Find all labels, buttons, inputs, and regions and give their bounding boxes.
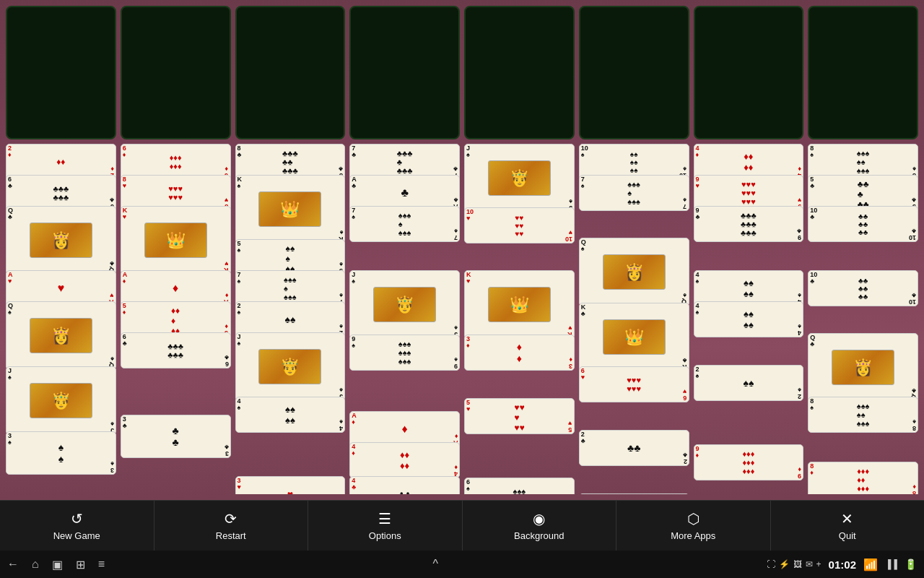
card-column-1[interactable]: 6♦ 6♦ ♦♦♦♦♦♦ 8♥ 8♥ ♥♥♥♥♥♥ K♥ K♥ 👑 A♦ A♦ … [121,144,231,494]
fullscreen-icon[interactable]: ⛶ [767,559,775,569]
empty-slot-6 [694,6,804,139]
card[interactable]: 6♥ 6♥ ♥♥♥♥♥♥ [579,366,689,402]
card-face[interactable]: K♥ K♥ 👑 [464,270,575,339]
card[interactable]: 4♠ 4♠ ♠♠♠♠ [694,301,804,337]
card-face[interactable]: J♠ J♠ 🤴 [464,144,575,212]
top-card-slots [6,6,918,139]
card[interactable]: 8♠ 8♠ ♠♠♠♠♠♠♠♠ [808,397,918,433]
empty-slot-4 [464,6,575,139]
quit-button[interactable]: ✕ Quit [771,501,925,551]
restart-label: Restart [216,530,246,541]
card-column-4[interactable]: J♠ J♠ 🤴 10♥ 10♥ ♥♥♥♥♥♥ K♥ K♥ 👑 3♦ 3♦ ♦♦ … [464,144,575,494]
card-face[interactable]: K♥ K♥ 👑 [121,206,231,275]
card-face[interactable]: K♠ K♠ 👑 [235,175,346,243]
quit-label: Quit [839,530,856,541]
card-face[interactable]: J♠ J♠ 🤴 [6,366,116,435]
card-column-2[interactable]: 8♣ 8♣ ♣♣♣♣♣♣♣♣ K♠ K♠ 👑 5♠ 5♠ ♠♠♠♠♠ 7♠ 7♠… [235,144,346,494]
empty-slot-2 [235,6,346,139]
chevron-up-icon[interactable]: ^ [433,558,439,571]
card-column-3[interactable]: 7♣ 7♣ ♣♣♣♣♣♣♣ A♣ A♣ ♣ 7♠ 7♠ ♠♠♠♠♠♠♠ J♠ J… [349,144,460,494]
empty-slot-7 [808,6,918,139]
wifi-icon: 📶 [863,558,878,571]
recents-icon[interactable]: ▣ [52,558,63,571]
time: 01:02 [829,558,856,571]
nav-right: ⛶ ⚡ 🖼 ✉ + 01:02 📶 ▐▐ 🔋 [767,558,917,571]
more-apps-icon: ⬡ [687,510,699,527]
card-column-7[interactable]: 8♠ 8♠ ♠♠♠♠♠♠♠♠ 5♣ 5♣ ♣♣♣♣♣ 10♣ 10♣ ♣♣♣♣♣… [808,144,918,494]
card[interactable]: 9♦ 9♦ ♦♦♦♦♦♦♦♦♦ [579,493,689,494]
card[interactable]: 9♦ 9♦ ♦♦♦♦♦♦♦♦♦ [694,444,804,480]
mail-icon: ✉ [806,559,813,569]
card-face[interactable]: Q♠ Q♠ 👸 [6,301,116,370]
photo-icon: 🖼 [793,559,802,569]
toolbar: ↺ New Game ⟳ Restart ☰ Options ◉ Backgro… [0,500,924,551]
card-column-5[interactable]: 10♠ 10♠ ♠♠♠♠♠♠ 7♠ 7♠ ♠♠♠♠♠♠♠ Q♠ Q♠ 👸 K♣ … [579,144,689,494]
background-button[interactable]: ◉ Background [463,501,617,551]
card[interactable]: 4♠ 4♠ ♠♠♠♠ [235,397,346,433]
new-game-button[interactable]: ↺ New Game [0,501,154,551]
nav-bar: ← ⌂ ▣ ⊞ ≡ ^ ⛶ ⚡ 🖼 ✉ + 01:02 📶 ▐▐ 🔋 [0,551,924,578]
card-face[interactable]: Q♠ Q♠ 👸 [579,238,689,306]
grid-icon[interactable]: ⊞ [76,558,85,571]
plus-icon: + [816,559,821,569]
nav-left: ← ⌂ ▣ ⊞ ≡ [7,558,105,571]
card[interactable]: 10♥ 10♥ ♥♥♥♥♥♥ [464,207,575,243]
card[interactable]: 4♣ 4♣ ♣♣♣♣ [349,476,460,494]
battery-icon: 🔋 [905,558,917,570]
empty-slot-3 [349,6,460,139]
card[interactable]: 5♥ 5♥ ♥♥♥♥♥ [464,398,575,434]
restart-icon: ⟳ [225,510,237,527]
card-column-0[interactable]: 2♦ 2♦ ♦♦ 6♣ 6♣ ♣♣♣♣♣♣ Q♣ Q♣ 👸 A♥ A♥ ♥ Q♠ [6,144,116,494]
nav-center: ^ [433,558,439,571]
card-face[interactable]: Q♣ Q♣ 👸 [6,206,116,275]
card[interactable]: 3♣ 3♣ ♣♣ [121,415,231,458]
card[interactable]: 3♠ 3♠ ♠♠ [6,431,116,475]
card-face[interactable]: J♠ J♠ 🤴 [349,270,460,339]
card[interactable]: 2♠ 2♠ ♠♠ [694,365,804,401]
card[interactable]: 2♣ 2♣ ♣♣ [579,430,689,466]
card-face[interactable]: Q♣ Q♣ 👸 [808,333,918,402]
card[interactable]: 10♣ 10♣ ♣♣♣♣♣♣ [808,206,918,242]
game-area: 2♦ 2♦ ♦♦ 6♣ 6♣ ♣♣♣♣♣♣ Q♣ Q♣ 👸 A♥ A♥ ♥ Q♠ [0,0,924,500]
quit-icon: ✕ [841,510,853,527]
usb-icon: ⚡ [779,559,790,569]
card[interactable]: 6♠ 6♠ ♠♠♠♠♠♠ [464,478,575,494]
card-column-6[interactable]: 4♦ 4♦ ♦♦♦♦ 9♥ 9♥ ♥♥♥♥♥♥♥♥♥ 9♣ 9♣ ♣♣♣♣♣♣♣… [694,144,804,494]
signal-icon: ▐▐ [885,559,897,569]
options-button[interactable]: ☰ Options [308,501,463,551]
more-apps-button[interactable]: ⬡ More Apps [616,501,771,551]
background-label: Background [514,530,564,541]
new-game-icon: ↺ [71,510,83,527]
card[interactable]: 3♥ 3♥ ♥♥ [235,476,346,494]
restart-button[interactable]: ⟳ Restart [154,501,309,551]
empty-slot-1 [121,6,231,139]
card[interactable]: 6♣ 6♣ ♣♣♣♣♣♣ [121,332,231,368]
card[interactable]: 4♦ 4♦ ♦♦♦♦ [349,442,460,478]
home-icon[interactable]: ⌂ [32,558,39,571]
card[interactable]: 7♠ 7♠ ♠♠♠♠♠♠♠ [349,206,460,242]
card[interactable]: 7♠ 7♠ ♠♠♠♠♠♠♠ [579,175,689,211]
status-icons: ⛶ ⚡ 🖼 ✉ + [767,559,821,569]
options-icon: ☰ [378,510,391,527]
card[interactable]: 3♦ 3♦ ♦♦ [464,335,575,371]
menu-icon[interactable]: ≡ [98,558,105,571]
card[interactable]: 8♦ 8♦ ♦♦♦♦♦♦♦♦ [808,462,918,494]
card-face[interactable]: J♠ J♠ 🤴 [235,332,346,401]
empty-slot-0 [6,6,116,139]
card-face[interactable]: K♣ K♣ 👑 [579,303,689,371]
background-icon: ◉ [533,510,545,527]
empty-slot-5 [579,6,689,139]
card-columns: 2♦ 2♦ ♦♦ 6♣ 6♣ ♣♣♣♣♣♣ Q♣ Q♣ 👸 A♥ A♥ ♥ Q♠ [6,144,918,494]
card[interactable]: 9♣ 9♣ ♣♣♣♣♣♣♣♣♣ [694,206,804,242]
options-label: Options [369,530,401,541]
card[interactable]: 9♠ 9♠ ♠♠♠♠♠♠♠♠♠ [349,335,460,371]
more-apps-label: More Apps [671,530,715,541]
new-game-label: New Game [53,530,100,541]
back-icon[interactable]: ← [7,558,19,571]
card[interactable]: 10♣ 10♣ ♣♣♣♣♣♣ [808,270,918,306]
